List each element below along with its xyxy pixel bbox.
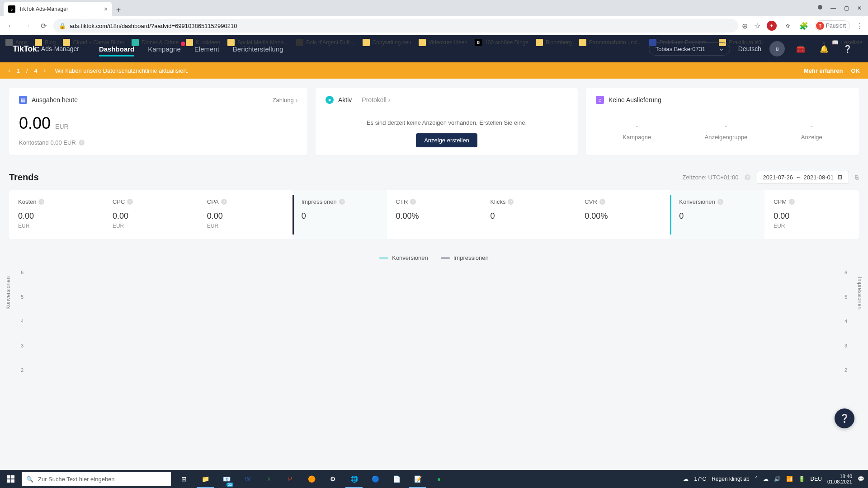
metric-ctr[interactable]: CTR?0.00%: [387, 190, 481, 239]
edge-icon[interactable]: 🔵: [365, 470, 386, 488]
business-center-icon[interactable]: 🧰: [793, 41, 808, 56]
extensions-menu-icon[interactable]: 🧩: [799, 22, 808, 30]
metric-impressionen[interactable]: Impressionen?0: [292, 190, 387, 239]
profile-chip[interactable]: T Pausiert: [815, 20, 850, 31]
delivery-campaign-col[interactable]: -Kampagne: [623, 122, 651, 141]
nav-kampagne[interactable]: Kampagne: [148, 37, 181, 61]
y-tick-left: 6: [21, 270, 24, 275]
metric-klicks[interactable]: Klicks?0: [481, 190, 576, 239]
spotify-icon[interactable]: ●: [429, 470, 449, 488]
tray-chevron-icon[interactable]: ˄: [755, 476, 758, 482]
info-icon[interactable]: ?: [789, 199, 795, 205]
volume-icon[interactable]: 🔊: [774, 476, 781, 482]
word-icon[interactable]: W: [237, 470, 258, 488]
back-button[interactable]: ←: [5, 19, 17, 32]
delivery-ad-col[interactable]: -Anzeige: [801, 122, 822, 141]
mail-icon[interactable]: 📧23: [216, 470, 237, 488]
new-tab-button[interactable]: +: [112, 4, 125, 16]
metric-cpa[interactable]: CPA?0.00EUR: [198, 190, 292, 239]
info-icon[interactable]: ?: [410, 199, 416, 205]
notice-prev-icon[interactable]: ‹: [8, 67, 10, 74]
info-icon[interactable]: ?: [745, 174, 750, 180]
wifi-icon[interactable]: 📶: [786, 476, 793, 482]
app-logo[interactable]: TikTok: Ads-Manager: [13, 44, 79, 54]
app-icon[interactable]: 🟠: [301, 470, 322, 488]
app-icon-2[interactable]: 📄: [386, 470, 407, 488]
address-bar[interactable]: 🔒 ads.tiktok.com/i18n/dashboard/?aadvid=…: [53, 19, 738, 33]
extension-icon[interactable]: ✿: [783, 21, 793, 31]
minimize-icon[interactable]: —: [830, 5, 836, 11]
info-icon[interactable]: ?: [339, 199, 345, 205]
info-icon[interactable]: ?: [38, 199, 44, 205]
legend-swatch: [441, 258, 450, 258]
action-center-icon[interactable]: 💬: [858, 476, 864, 482]
notice-next-icon[interactable]: ›: [44, 67, 46, 74]
account-selector[interactable]: Tobias Becker0731: [649, 42, 730, 56]
excel-icon[interactable]: X: [259, 470, 279, 488]
onedrive-icon[interactable]: ☁: [763, 476, 769, 482]
metric-value: 0: [490, 211, 566, 221]
forward-button[interactable]: →: [21, 19, 33, 32]
export-icon[interactable]: ⎘: [855, 174, 859, 181]
start-button[interactable]: [0, 470, 22, 488]
folder-icon: [419, 39, 426, 46]
delivery-card: ⌂ Keine Auslieferung -Kampagne -Anzeigen…: [586, 88, 859, 155]
info-icon[interactable]: ?: [221, 199, 227, 205]
kebab-menu-icon[interactable]: ⋮: [856, 22, 863, 30]
info-icon[interactable]: ?: [127, 199, 133, 205]
keyboard-lang[interactable]: DEU: [811, 476, 822, 482]
bell-icon[interactable]: 🔔: [816, 41, 832, 56]
star-icon[interactable]: ☆: [754, 22, 760, 30]
browser-tab[interactable]: ♪ TikTok Ads-Manager ×: [4, 2, 112, 16]
battery-icon[interactable]: 🔋: [798, 476, 805, 482]
legend-impressionen[interactable]: Impressionen: [441, 254, 489, 261]
bookmark-item[interactable]: Copywriting neu: [363, 39, 411, 46]
weather-icon[interactable]: ☁: [683, 476, 689, 482]
create-ad-button[interactable]: Anzeige erstellen: [416, 133, 477, 147]
help-fab-button[interactable]: ❔: [835, 408, 854, 428]
zoom-icon[interactable]: ⊕: [742, 22, 748, 30]
bookmark-item[interactable]: B100 schöne Dinge: [475, 39, 528, 46]
bookmark-item[interactable]: Videokurs Ideen: [419, 39, 468, 46]
file-explorer-icon[interactable]: 📁: [195, 470, 216, 488]
language-selector[interactable]: Deutsch: [738, 45, 761, 52]
notice-learn-more[interactable]: Mehr erfahren: [804, 67, 843, 74]
obs-icon[interactable]: ⚙: [322, 470, 343, 488]
bookmark-item[interactable]: Panoramabahn und…: [579, 39, 642, 46]
taskbar-clock[interactable]: 18:40 01.08.2021: [827, 474, 852, 484]
info-icon[interactable]: ?: [79, 140, 85, 145]
info-icon[interactable]: ?: [717, 199, 723, 205]
balance-text: Kontostand 0.00 EUR: [19, 139, 76, 146]
notice-ok-button[interactable]: OK: [851, 67, 860, 74]
help-icon[interactable]: ❔: [840, 41, 855, 56]
account-dot-icon[interactable]: [818, 5, 822, 9]
metric-cpc[interactable]: CPC?0.00EUR: [104, 190, 198, 239]
metric-cvr[interactable]: CVR?0.00%: [576, 190, 670, 239]
task-view-icon[interactable]: ⊞: [174, 470, 194, 488]
nav-element[interactable]: Element: [194, 37, 219, 61]
tab-close-icon[interactable]: ×: [104, 5, 108, 13]
close-window-icon[interactable]: ✕: [857, 5, 862, 11]
log-link[interactable]: Protokoll›: [362, 96, 390, 103]
bookmark-item[interactable]: Bloomberg: [536, 39, 572, 46]
taskbar-search[interactable]: 🔍 Zur Suche Text hier eingeben: [22, 472, 171, 486]
reload-button[interactable]: ⟳: [37, 19, 50, 32]
info-icon[interactable]: ?: [508, 199, 514, 205]
date-range-picker[interactable]: 2021-07-26 ~ 2021-08-01 🗓: [757, 171, 849, 184]
legend-konversionen[interactable]: Konversionen: [379, 254, 428, 261]
maximize-icon[interactable]: ▢: [844, 5, 849, 11]
info-icon[interactable]: ?: [599, 199, 605, 205]
nav-dashboard[interactable]: Dashboard: [99, 37, 134, 61]
payment-link[interactable]: Zahlung›: [273, 97, 297, 103]
metric-kosten[interactable]: Kosten?0.00EUR: [9, 190, 104, 239]
metric-cpm[interactable]: CPM?0.00EUR: [764, 190, 859, 239]
notepad-icon[interactable]: 📝: [407, 470, 428, 488]
delivery-adgroup-col[interactable]: -Anzeigengruppe: [705, 122, 748, 141]
powerpoint-icon[interactable]: P: [280, 470, 301, 488]
chrome-icon[interactable]: 🌐: [344, 470, 364, 488]
bookmark-item[interactable]: Bois d'Argent Duft…: [296, 39, 355, 46]
nav-reports[interactable]: Berichterstellung: [233, 37, 283, 61]
extension-abp-icon[interactable]: ✦: [767, 21, 777, 31]
metric-konversionen[interactable]: Konversionen?0: [670, 190, 764, 239]
user-avatar-icon[interactable]: u: [769, 41, 785, 56]
